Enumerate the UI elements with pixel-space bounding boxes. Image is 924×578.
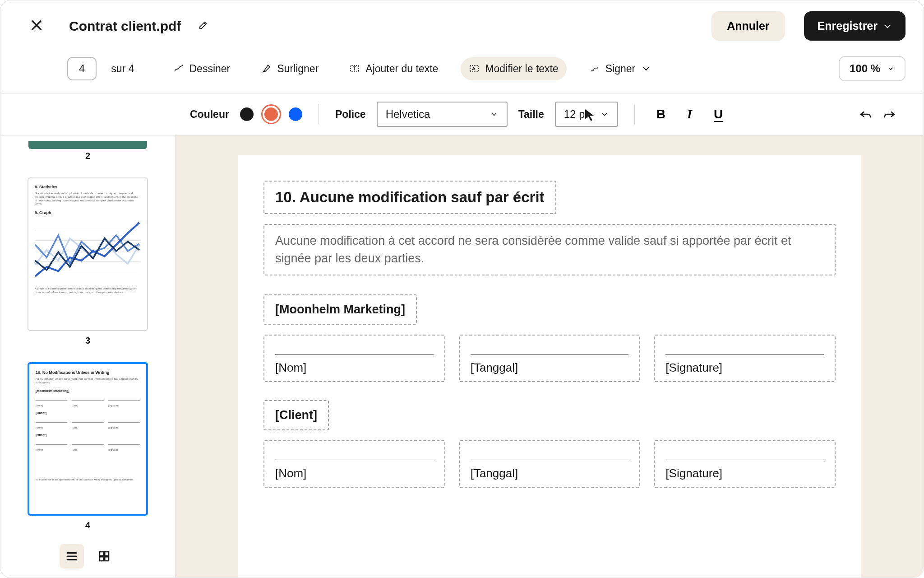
- draw-icon: [173, 63, 184, 74]
- divider: [634, 104, 635, 124]
- toolbar: 4 sur 4 Dessiner Surligner Ajouter du te…: [0, 51, 924, 93]
- signature-row: [Nom] [Tanggal] [Signature]: [263, 440, 836, 488]
- font-select[interactable]: Helvetica: [377, 102, 508, 127]
- color-swatch-black[interactable]: [240, 107, 254, 121]
- save-button[interactable]: Enregistrer: [804, 11, 906, 41]
- list-icon: [65, 550, 79, 563]
- color-label: Couleur: [190, 108, 229, 121]
- thumbnail-list: 2 8. Statistics Statistics is the study …: [0, 135, 175, 535]
- zoom-select[interactable]: 100 %: [839, 56, 906, 81]
- size-label: Taille: [518, 108, 544, 121]
- svg-rect-10: [105, 557, 109, 561]
- document-page: 10. Aucune modification sauf par écrit A…: [238, 155, 861, 578]
- undo-icon[interactable]: [859, 107, 872, 121]
- save-button-label: Enregistrer: [818, 19, 878, 33]
- thumbnail-chart: [35, 219, 141, 283]
- cancel-button[interactable]: Annuler: [711, 11, 785, 41]
- editable-party-label[interactable]: [Moonhelm Marketing]: [263, 294, 417, 325]
- page-number-input[interactable]: 4: [67, 57, 97, 80]
- redo-icon[interactable]: [883, 107, 896, 121]
- thumbnail-page-3[interactable]: 8. Statistics Statistics is the study an…: [28, 177, 148, 331]
- underline-button[interactable]: U: [708, 104, 728, 124]
- size-select[interactable]: 12 pt: [555, 102, 618, 127]
- font-label: Police: [335, 108, 366, 121]
- color-swatch-orange[interactable]: [264, 107, 278, 121]
- chevron-down-icon: [641, 63, 651, 74]
- signature-field-date[interactable]: [Tanggal]: [459, 335, 641, 382]
- document-title: Contrat client.pdf: [69, 19, 181, 34]
- tool-draw[interactable]: Dessiner: [165, 57, 239, 80]
- italic-button[interactable]: I: [682, 104, 698, 124]
- signature-field-name[interactable]: [Nom]: [263, 440, 445, 488]
- thumbnail-number: 2: [28, 151, 148, 161]
- thumbnail-number: 4: [28, 520, 148, 531]
- signature-field-date[interactable]: [Tanggal]: [459, 440, 641, 488]
- signature-field-signature[interactable]: [Signature]: [654, 440, 836, 488]
- style-bar: Couleur Police Helvetica Taille 12 pt B …: [0, 93, 924, 135]
- add-text-icon: [349, 63, 360, 74]
- thumbnail-page-4[interactable]: 10. No Modifications Unless in Writing N…: [28, 362, 148, 516]
- svg-rect-9: [100, 557, 104, 561]
- canvas[interactable]: 10. Aucune modification sauf par écrit A…: [176, 135, 924, 578]
- tool-add-text[interactable]: Ajouter du texte: [341, 57, 446, 80]
- bold-button[interactable]: B: [651, 104, 671, 124]
- header: Contrat client.pdf Annuler Enregistrer: [0, 0, 924, 51]
- close-button[interactable]: [26, 14, 47, 37]
- chevron-down-icon: [887, 65, 895, 73]
- grid-icon: [97, 550, 111, 563]
- chevron-down-icon: [600, 110, 609, 119]
- svg-rect-7: [100, 552, 104, 556]
- sidebar: 2 8. Statistics Statistics is the study …: [0, 135, 176, 578]
- close-icon: [29, 18, 44, 33]
- edit-text-icon: [469, 63, 480, 74]
- view-grid-button[interactable]: [92, 544, 116, 569]
- thumbnail-page-2-sliver[interactable]: [28, 141, 147, 149]
- page-total-label: sur 4: [111, 63, 134, 75]
- main: 2 8. Statistics Statistics is the study …: [0, 135, 924, 578]
- editable-party-label[interactable]: [Client]: [263, 400, 329, 430]
- editable-heading[interactable]: 10. Aucune modification sauf par écrit: [263, 181, 556, 214]
- signature-field-name[interactable]: [Nom]: [263, 335, 445, 382]
- app-frame: Contrat client.pdf Annuler Enregistrer 4…: [0, 0, 924, 578]
- highlight-icon: [261, 63, 272, 74]
- pencil-icon: [198, 20, 208, 30]
- signature-field-signature[interactable]: [Signature]: [654, 335, 836, 382]
- svg-rect-8: [105, 552, 109, 556]
- sign-icon: [589, 63, 600, 74]
- tool-highlight[interactable]: Surligner: [253, 57, 327, 80]
- chevron-down-icon: [883, 22, 892, 31]
- edit-title-button[interactable]: [195, 18, 211, 34]
- thumbnail-number: 3: [28, 336, 148, 346]
- divider: [319, 104, 319, 124]
- color-swatch-blue[interactable]: [289, 107, 302, 121]
- tool-sign[interactable]: Signer: [581, 57, 660, 80]
- view-list-button[interactable]: [60, 544, 84, 569]
- editable-paragraph[interactable]: Aucune modification à cet accord ne sera…: [263, 224, 836, 275]
- tool-edit-text[interactable]: Modifier le texte: [461, 57, 566, 80]
- signature-row: [Nom] [Tanggal] [Signature]: [263, 335, 836, 382]
- view-toggle: [0, 535, 175, 578]
- chevron-down-icon: [490, 110, 499, 119]
